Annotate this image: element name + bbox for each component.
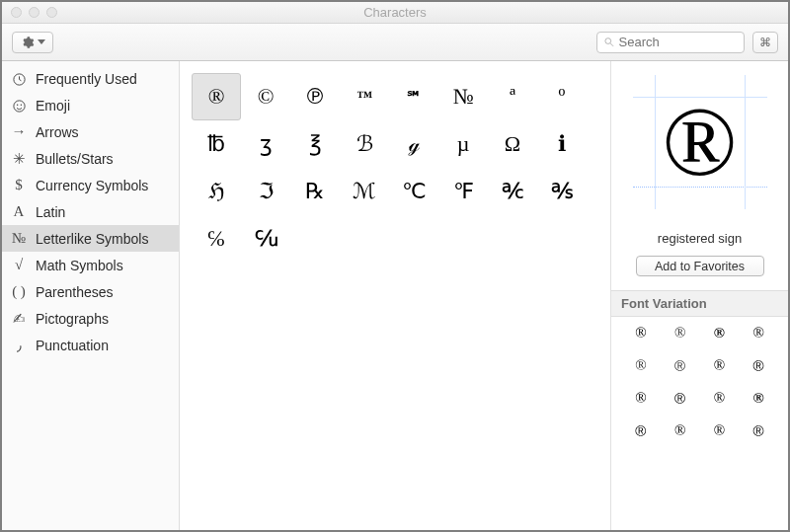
- font-variation[interactable]: ®: [714, 325, 725, 342]
- sidebar-item-label: Letterlike Symbols: [36, 231, 148, 247]
- font-variation-header: Font Variation: [611, 290, 788, 317]
- char-cell[interactable]: ℗: [290, 73, 340, 120]
- main-area: ® © ℗ ™ ℠ № ª º ℔ ʒ ℥ ℬ ℊ µ Ω ℹ: [180, 61, 788, 530]
- char-cell[interactable]: ℹ: [537, 120, 587, 168]
- sidebar-item-bullets-stars[interactable]: ✳︎ Bullets/Stars: [2, 145, 179, 172]
- keyboard-viewer-button[interactable]: ⌘: [752, 32, 778, 53]
- char-cell[interactable]: ℠: [389, 73, 438, 120]
- char-cell[interactable]: ℊ: [389, 120, 438, 168]
- char-cell[interactable]: ℁: [537, 168, 587, 215]
- body: Frequently Used Emoji → Arrows ✳︎ Bullet…: [2, 61, 788, 530]
- close-window-button[interactable]: [11, 7, 22, 18]
- char-cell[interactable]: ℌ: [192, 168, 241, 215]
- star-icon: ✳︎: [10, 150, 28, 168]
- svg-point-4: [16, 105, 18, 107]
- clock-icon: [10, 70, 28, 87]
- font-variation[interactable]: ®: [635, 357, 646, 374]
- characters-window: Characters ⌘ Frequently Used Emoji: [0, 0, 790, 532]
- detail-panel: ® registered sign Add to Favorites Font …: [610, 61, 788, 530]
- char-cell[interactable]: ™: [340, 73, 389, 120]
- search-field[interactable]: [596, 32, 745, 53]
- char-cell[interactable]: №: [438, 73, 488, 120]
- font-variation[interactable]: ®: [635, 325, 646, 342]
- char-cell[interactable]: ª: [488, 73, 537, 120]
- character-name: registered sign: [658, 231, 742, 246]
- add-to-favorites-button[interactable]: Add to Favorites: [636, 256, 764, 276]
- preview-glyph: ®: [663, 93, 738, 191]
- font-variation[interactable]: ®: [674, 390, 685, 407]
- sidebar-item-pictographs[interactable]: ✍︎ Pictographs: [2, 305, 179, 332]
- char-cell[interactable]: ℀: [488, 168, 537, 215]
- font-variation[interactable]: ®: [752, 325, 763, 342]
- sqrt-icon: √: [10, 257, 28, 273]
- character-grid: ® © ℗ ™ ℠ № ª º ℔ ʒ ℥ ℬ ℊ µ Ω ℹ: [180, 61, 610, 530]
- toolbar: ⌘: [2, 24, 788, 61]
- sidebar-item-label: Frequently Used: [36, 71, 137, 87]
- search-input[interactable]: [619, 35, 738, 49]
- font-variation[interactable]: ®: [635, 390, 646, 407]
- sidebar-item-label: Emoji: [36, 98, 70, 114]
- svg-point-5: [20, 105, 22, 107]
- char-cell[interactable]: ℑ: [241, 168, 290, 215]
- font-variation[interactable]: ®: [714, 422, 725, 439]
- sidebar-item-letterlike[interactable]: № Letterlike Symbols: [2, 225, 179, 252]
- font-variation[interactable]: ®: [753, 390, 764, 407]
- search-icon: [603, 36, 615, 48]
- gear-icon: [21, 36, 35, 49]
- char-cell[interactable]: Ω: [488, 120, 537, 168]
- font-variation[interactable]: ®: [714, 357, 725, 374]
- svg-point-0: [605, 38, 611, 44]
- char-cell[interactable]: ℬ: [340, 120, 389, 168]
- titlebar: Characters: [2, 2, 788, 24]
- font-variation[interactable]: ®: [635, 422, 646, 439]
- char-cell[interactable]: ℳ: [340, 168, 389, 215]
- font-variation[interactable]: ®: [674, 357, 685, 374]
- numero-icon: №: [10, 230, 28, 247]
- sidebar-item-currency[interactable]: $ Currency Symbols: [2, 172, 179, 198]
- smile-icon: [10, 97, 28, 114]
- char-cell[interactable]: ℃: [389, 168, 438, 215]
- char-cell[interactable]: µ: [438, 120, 488, 168]
- action-menu-button[interactable]: [12, 32, 53, 53]
- sidebar-item-frequently-used[interactable]: Frequently Used: [2, 65, 179, 92]
- char-cell[interactable]: ℥: [290, 120, 340, 168]
- category-sidebar: Frequently Used Emoji → Arrows ✳︎ Bullet…: [2, 61, 180, 530]
- character-preview: ® registered sign Add to Favorites: [611, 61, 788, 276]
- sidebar-item-latin[interactable]: A Latin: [2, 198, 179, 225]
- font-variation[interactable]: ®: [674, 325, 685, 342]
- chevron-down-icon: [38, 39, 45, 44]
- char-cell[interactable]: ℆: [241, 215, 290, 263]
- paren-icon: ( ): [10, 283, 28, 300]
- char-cell[interactable]: ℉: [438, 168, 488, 215]
- zoom-window-button[interactable]: [46, 7, 57, 18]
- font-variation[interactable]: ®: [674, 422, 685, 439]
- char-cell[interactable]: ℞: [290, 168, 340, 215]
- char-cell[interactable]: º: [537, 73, 587, 120]
- window-title: Characters: [2, 5, 788, 20]
- sidebar-item-label: Parentheses: [36, 284, 114, 300]
- char-cell[interactable]: ℅: [192, 215, 241, 263]
- punctuation-icon: ٫: [10, 337, 28, 354]
- font-variation[interactable]: ®: [714, 390, 725, 407]
- sidebar-item-emoji[interactable]: Emoji: [2, 92, 179, 118]
- sidebar-item-punctuation[interactable]: ٫ Punctuation: [2, 332, 179, 358]
- pictograph-icon: ✍︎: [10, 310, 28, 328]
- char-cell[interactable]: ©: [241, 73, 290, 120]
- window-controls: [11, 7, 57, 18]
- font-variation[interactable]: ®: [753, 357, 764, 374]
- sidebar-item-parentheses[interactable]: ( ) Parentheses: [2, 278, 179, 305]
- dollar-icon: $: [10, 177, 28, 193]
- font-variation[interactable]: ®: [753, 422, 764, 439]
- char-cell[interactable]: ℔: [192, 120, 241, 168]
- char-cell[interactable]: ®: [192, 73, 241, 120]
- latin-icon: A: [10, 203, 28, 220]
- minimize-window-button[interactable]: [29, 7, 40, 18]
- arrow-icon: →: [10, 123, 28, 140]
- sidebar-item-math[interactable]: √ Math Symbols: [2, 252, 179, 278]
- sidebar-item-label: Latin: [36, 204, 65, 220]
- sidebar-item-label: Currency Symbols: [36, 178, 148, 193]
- sidebar-item-arrows[interactable]: → Arrows: [2, 118, 179, 145]
- svg-point-3: [13, 101, 24, 112]
- sidebar-item-label: Math Symbols: [36, 258, 123, 273]
- char-cell[interactable]: ʒ: [241, 120, 290, 168]
